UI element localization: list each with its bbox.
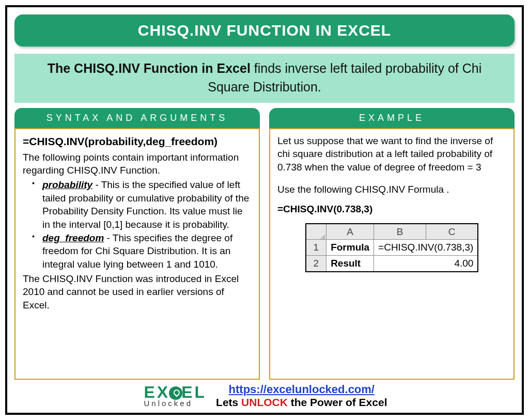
logo-bottom: Unlocked bbox=[144, 400, 193, 407]
syntax-outro: The CHISQ.INV Function was introduced in… bbox=[23, 272, 252, 312]
col-header-a: A bbox=[326, 224, 374, 240]
columns: SYNTAX AND ARGUMENTS =CHISQ.INV(probabil… bbox=[14, 108, 515, 380]
description-bold: The CHISQ.INV Function in Excel bbox=[48, 61, 251, 75]
logo: EXEL Unlocked bbox=[142, 385, 205, 407]
argument-name: probability bbox=[42, 179, 92, 190]
example-p1: Let us suppose that we want to find the … bbox=[277, 134, 506, 174]
table-row: 1 Formula =CHISQ.INV(0.738,3) bbox=[306, 240, 478, 256]
example-body: Let us suppose that we want to find the … bbox=[269, 128, 515, 380]
spacer bbox=[277, 174, 506, 183]
tagline-post: the Power of Excel bbox=[288, 396, 387, 408]
syntax-intro: The following points contain important i… bbox=[23, 151, 252, 177]
tagline-unlock: UNLOCK bbox=[241, 396, 288, 408]
argument-list: probability - This is the specified valu… bbox=[23, 178, 252, 271]
syntax-column: SYNTAX AND ARGUMENTS =CHISQ.INV(probabil… bbox=[14, 108, 260, 380]
table-header-row: A B C bbox=[306, 224, 478, 240]
cell-label: Formula bbox=[326, 240, 374, 256]
footer-text: https://excelunlocked.com/ Lets UNLOCK t… bbox=[216, 383, 387, 409]
argument-name: deg_freedom bbox=[42, 232, 104, 243]
argument-item: probability - This is the specified valu… bbox=[32, 178, 252, 231]
excel-mini-table: A B C 1 Formula =CHISQ.INV(0.738,3) 2 Re… bbox=[305, 223, 479, 272]
row-number: 2 bbox=[306, 255, 326, 271]
col-header-c: C bbox=[426, 224, 478, 240]
table-row: 2 Result 4.00 bbox=[306, 255, 478, 271]
example-header: EXAMPLE bbox=[269, 108, 515, 128]
lock-icon bbox=[169, 386, 182, 400]
syntax-body: =CHISQ.INV(probability,deg_freedom) The … bbox=[14, 128, 260, 380]
page-title: CHISQ.INV FUNCTION IN EXCEL bbox=[14, 14, 515, 46]
table-corner bbox=[306, 224, 326, 240]
cell-value: =CHISQ.INV(0.738,3) bbox=[374, 240, 478, 256]
footer-link[interactable]: https://excelunlocked.com/ bbox=[229, 383, 375, 396]
row-number: 1 bbox=[306, 240, 326, 256]
description-banner: The CHISQ.INV Function in Excel finds in… bbox=[14, 54, 515, 103]
logo-top: EXEL bbox=[144, 385, 207, 400]
example-formula: =CHISQ.INV(0.738,3) bbox=[277, 203, 506, 216]
footer-tagline: Lets UNLOCK the Power of Excel bbox=[216, 396, 387, 409]
argument-item: deg_freedom - This specifies the degree … bbox=[32, 231, 252, 271]
syntax-formula: =CHISQ.INV(probability,deg_freedom) bbox=[23, 134, 252, 149]
example-p2: Use the following CHISQ.INV Formula . bbox=[277, 183, 506, 196]
cell-value: 4.00 bbox=[374, 255, 478, 271]
col-header-b: B bbox=[374, 224, 426, 240]
cell-label: Result bbox=[326, 255, 374, 271]
footer: EXEL Unlocked https://excelunlocked.com/… bbox=[14, 383, 515, 409]
example-column: EXAMPLE Let us suppose that we want to f… bbox=[269, 108, 515, 380]
infographic-card: CHISQ.INV FUNCTION IN EXCEL The CHISQ.IN… bbox=[5, 5, 524, 415]
syntax-header: SYNTAX AND ARGUMENTS bbox=[14, 108, 260, 128]
tagline-pre: Lets bbox=[216, 396, 241, 408]
